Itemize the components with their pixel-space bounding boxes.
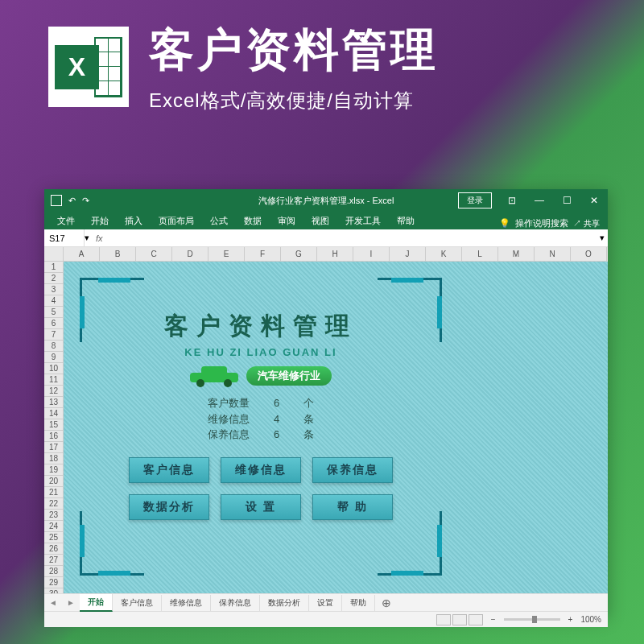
row-header[interactable]: 22 <box>44 498 64 510</box>
col-header[interactable]: D <box>172 247 208 262</box>
row-header[interactable]: 14 <box>44 408 64 419</box>
col-header[interactable]: B <box>100 247 136 262</box>
row-header[interactable]: 20 <box>44 476 64 487</box>
col-header[interactable]: I <box>353 247 390 262</box>
select-all-corner[interactable] <box>44 247 64 262</box>
row-header[interactable]: 2 <box>44 273 64 284</box>
col-header[interactable]: K <box>426 247 462 262</box>
save-icon[interactable] <box>51 195 62 206</box>
redo-icon[interactable]: ↷ <box>82 196 89 206</box>
stat-value: 4 <box>274 411 279 427</box>
row-header[interactable]: 5 <box>44 307 64 318</box>
sheet-tab-settings[interactable]: 设置 <box>309 595 342 611</box>
col-header[interactable]: M <box>498 247 535 262</box>
sheet-tab-repair[interactable]: 维修信息 <box>162 595 211 611</box>
row-header[interactable]: 24 <box>44 521 64 532</box>
name-box[interactable]: S17 <box>44 229 85 246</box>
tab-layout[interactable]: 页面布局 <box>151 213 202 229</box>
minimize-button[interactable]: — <box>526 189 553 212</box>
col-header[interactable]: C <box>136 247 172 262</box>
customer-info-button[interactable]: 客户信息 <box>129 457 209 483</box>
close-button[interactable]: ✕ <box>580 189 608 212</box>
col-header[interactable]: J <box>390 247 426 262</box>
row-header[interactable]: 7 <box>44 329 64 341</box>
row-header[interactable]: 8 <box>44 341 64 352</box>
sheet-tab-customer[interactable]: 客户信息 <box>113 595 162 611</box>
dashboard-panel: 客户资料管理 KE HU ZI LIAO GUAN LI 汽车维修行业 <box>80 278 442 576</box>
dashboard-title: 客户资料管理 <box>104 310 418 343</box>
repair-info-button[interactable]: 维修信息 <box>221 457 301 483</box>
maximize-button[interactable]: ☐ <box>553 189 580 212</box>
formula-expand-icon[interactable]: ▾ <box>597 233 608 243</box>
col-header[interactable]: H <box>317 247 353 262</box>
row-header[interactable]: 19 <box>44 464 64 476</box>
col-header[interactable]: A <box>64 247 100 262</box>
row-header[interactable]: 6 <box>44 318 64 329</box>
page-break-view-button[interactable] <box>469 614 483 625</box>
formula-bar: S17 ▾ fx ▾ <box>44 229 608 247</box>
col-header[interactable]: E <box>208 247 245 262</box>
normal-view-button[interactable] <box>436 614 451 625</box>
col-header[interactable]: O <box>571 247 607 262</box>
row-header[interactable]: 13 <box>44 397 64 408</box>
zoom-in-button[interactable]: + <box>568 615 573 624</box>
zoom-level[interactable]: 100% <box>580 615 601 624</box>
tell-me-input[interactable]: 操作说明搜索 <box>515 217 568 229</box>
tab-file[interactable]: 文件 <box>49 213 83 229</box>
col-header[interactable]: F <box>245 247 281 262</box>
sheet-tab-help[interactable]: 帮助 <box>342 595 375 611</box>
tab-view[interactable]: 视图 <box>303 213 337 229</box>
row-header[interactable]: 4 <box>44 295 64 307</box>
sheet-tab-analysis[interactable]: 数据分析 <box>260 595 309 611</box>
row-header[interactable]: 12 <box>44 386 64 397</box>
row-header[interactable]: 3 <box>44 284 64 295</box>
spreadsheet-grid[interactable]: A B C D E F G H I J K L M N O 1234567891… <box>44 247 608 593</box>
fx-icon[interactable]: fx <box>89 233 109 243</box>
sheet-nav-next-icon[interactable]: ► <box>62 598 80 607</box>
maintenance-info-button[interactable]: 保养信息 <box>312 457 393 483</box>
stats-block: 客户数量 6 个 维修信息 4 条 保养信息 6 <box>104 395 418 443</box>
tab-insert[interactable]: 插入 <box>117 213 151 229</box>
tab-developer[interactable]: 开发工具 <box>337 213 389 229</box>
login-button[interactable]: 登录 <box>458 192 492 208</box>
sheet-tab-start[interactable]: 开始 <box>80 594 113 612</box>
row-header[interactable]: 15 <box>44 419 64 431</box>
sheet-nav-prev-icon[interactable]: ◄ <box>44 598 62 607</box>
formula-input[interactable] <box>109 229 597 246</box>
page-layout-view-button[interactable] <box>452 614 467 625</box>
row-header[interactable]: 27 <box>44 555 64 566</box>
row-header[interactable]: 16 <box>44 431 64 442</box>
ribbon-options-icon[interactable]: ⊡ <box>498 189 526 212</box>
sheet-tab-maintenance[interactable]: 保养信息 <box>211 595 260 611</box>
add-sheet-button[interactable]: ⊕ <box>375 597 398 609</box>
row-header[interactable]: 17 <box>44 442 64 453</box>
row-header[interactable]: 30 <box>44 588 64 593</box>
zoom-out-button[interactable]: − <box>491 615 496 624</box>
row-header[interactable]: 18 <box>44 453 64 464</box>
tab-help[interactable]: 帮助 <box>389 213 423 229</box>
row-header[interactable]: 9 <box>44 352 64 363</box>
dashboard-pinyin: KE HU ZI LIAO GUAN LI <box>104 346 418 358</box>
ribbon: 文件 开始 插入 页面布局 公式 数据 审阅 视图 开发工具 帮助 💡 操作说明… <box>44 212 608 229</box>
row-header[interactable]: 21 <box>44 487 64 498</box>
row-header[interactable]: 10 <box>44 363 64 374</box>
zoom-slider[interactable] <box>504 618 560 621</box>
tab-home[interactable]: 开始 <box>83 213 117 229</box>
row-header[interactable]: 26 <box>44 543 64 555</box>
tab-review[interactable]: 审阅 <box>270 213 303 229</box>
row-header[interactable]: 1 <box>44 262 64 273</box>
tab-data[interactable]: 数据 <box>236 213 270 229</box>
settings-button[interactable]: 设 置 <box>221 494 301 520</box>
row-header[interactable]: 28 <box>44 566 64 577</box>
row-header[interactable]: 23 <box>44 510 64 521</box>
undo-icon[interactable]: ↶ <box>68 196 76 206</box>
row-header[interactable]: 29 <box>44 577 64 588</box>
row-header[interactable]: 11 <box>44 374 64 386</box>
tab-formula[interactable]: 公式 <box>202 213 236 229</box>
col-header[interactable]: N <box>535 247 571 262</box>
promo-title: 客户资料管理 <box>149 20 439 81</box>
col-header[interactable]: L <box>462 247 498 262</box>
share-button[interactable]: ↗ 共享 <box>573 218 600 229</box>
col-header[interactable]: G <box>281 247 317 262</box>
row-header[interactable]: 25 <box>44 532 64 543</box>
